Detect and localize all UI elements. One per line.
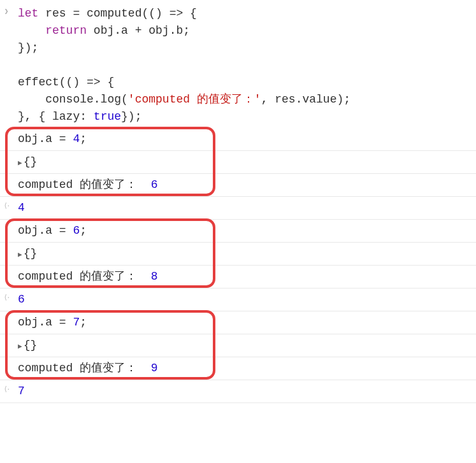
keyword-true: true: [94, 110, 121, 123]
input-prompt-icon: [0, 221, 13, 234]
string-literal: 'computed 的值变了：': [128, 93, 261, 106]
output-value: 4: [18, 201, 25, 214]
output-arrow-icon: [0, 381, 13, 395]
console-input-row[interactable]: obj.a = 6;: [0, 220, 476, 242]
output-arrow-icon: [0, 290, 13, 303]
console-log-row: computed 的值变了： 9: [0, 357, 476, 380]
keyword-return: return: [45, 24, 87, 37]
console-output-row: 7: [0, 380, 476, 402]
console-input-row[interactable]: obj.a = 7;: [0, 311, 476, 334]
output-value: 6: [18, 293, 25, 306]
console-output-row: 6: [0, 288, 476, 311]
object-repr: {}: [24, 155, 38, 168]
console-input-row[interactable]: let res = computed(() => { return obj.a …: [0, 3, 476, 128]
console-output: let res = computed(() => { return obj.a …: [0, 3, 476, 403]
console-log-row[interactable]: ▶{}: [0, 334, 476, 357]
object-repr: {}: [24, 339, 38, 352]
output-arrow-icon: [0, 198, 13, 211]
assignment-expression: obj.a = 7;: [13, 313, 476, 332]
log-message: computed 的值变了： 9: [13, 359, 476, 378]
output-value: 7: [18, 385, 25, 397]
console-log-row: computed 的值变了： 8: [0, 266, 476, 288]
assignment-expression: obj.a = 6;: [13, 221, 476, 241]
assignment-expression: obj.a = 4;: [13, 129, 476, 149]
console-input-row[interactable]: obj.a = 4;: [0, 128, 476, 150]
log-message: computed 的值变了： 6: [13, 175, 476, 195]
console-log-row[interactable]: ▶{}: [0, 243, 476, 265]
input-prompt-icon: [0, 4, 13, 17]
log-message: computed 的值变了： 8: [13, 267, 476, 287]
code-block: let res = computed(() => { return obj.a …: [13, 4, 476, 127]
object-repr: {}: [24, 247, 38, 260]
keyword-let: let: [18, 7, 38, 20]
console-log-row: computed 的值变了： 6: [0, 174, 476, 196]
console-output-row: 4: [0, 197, 476, 219]
expand-triangle-icon[interactable]: ▶: [18, 343, 22, 350]
console-log-row[interactable]: ▶{}: [0, 151, 476, 173]
input-prompt-icon: [0, 313, 13, 326]
input-prompt-icon: [0, 129, 13, 132]
expand-triangle-icon[interactable]: ▶: [18, 159, 22, 167]
expand-triangle-icon[interactable]: ▶: [18, 251, 22, 259]
